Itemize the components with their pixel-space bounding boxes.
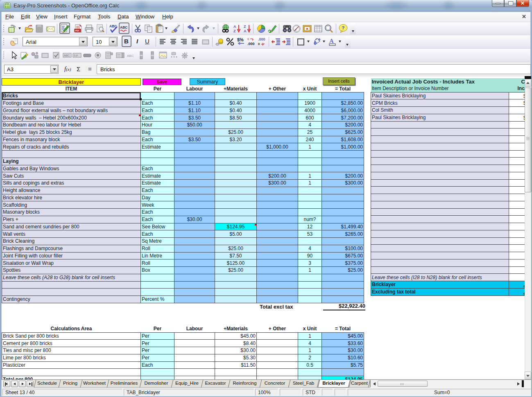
svg-text:A: A	[244, 29, 247, 33]
svg-text:0: 0	[258, 42, 260, 46]
svg-text:Z: Z	[244, 25, 246, 29]
svg-text:A: A	[329, 38, 334, 44]
svg-text:ABC: ABC	[64, 54, 70, 57]
svg-text:$%: $%	[237, 37, 244, 42]
svg-text:PDF: PDF	[75, 29, 80, 32]
svg-text:.000: .000	[258, 37, 265, 41]
svg-text:0.#: 0.#	[74, 54, 78, 57]
svg-text:.000: .000	[247, 42, 255, 46]
svg-text:ABC: ABC	[127, 54, 134, 58]
svg-text:?: ?	[342, 25, 345, 30]
svg-text:Z: Z	[233, 29, 236, 33]
svg-text:0: 0	[247, 37, 249, 41]
svg-text:A: A	[233, 25, 236, 29]
svg-text:ABC: ABC	[120, 25, 127, 29]
